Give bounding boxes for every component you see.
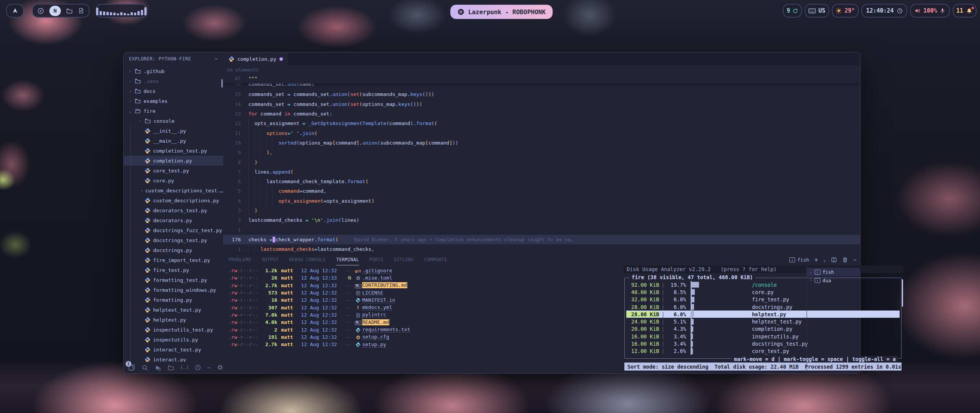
- panel-tab-gitlens[interactable]: GITLENS: [394, 254, 414, 265]
- tree-item-custom_descriptions.py[interactable]: custom_descriptions.py: [124, 195, 223, 205]
- keyboard-layout-widget[interactable]: US: [805, 4, 829, 18]
- tree-item-helptext_test.py[interactable]: helptext_test.py: [124, 305, 223, 315]
- terminal-list-item-dua[interactable]: └❭dua: [807, 276, 860, 285]
- chevron-icon: ›: [138, 119, 142, 124]
- terminal-list-item-fish[interactable]: ┌❭fish: [807, 268, 860, 276]
- line-number: 9: [223, 150, 248, 155]
- file-permissions: .rw-r--r--: [228, 305, 258, 311]
- file-name[interactable]: pylintrc: [362, 312, 386, 318]
- new-terminal-icon[interactable]: +: [814, 256, 818, 263]
- tree-item-fire_import_test.py[interactable]: fire_import_test.py: [124, 255, 223, 265]
- panel-tab-terminal[interactable]: TERMINAL: [336, 254, 359, 265]
- tab-completion-py[interactable]: completion.py: [223, 52, 288, 65]
- tree-item-custom_descriptions_test.[interactable]: custom_descriptions_test.…: [124, 185, 223, 195]
- run-debug-icon[interactable]: [155, 364, 161, 371]
- updates-widget[interactable]: 9: [783, 4, 802, 18]
- timeline-icon[interactable]: [195, 364, 201, 371]
- tree-item-helptext.py[interactable]: helptext.py: [124, 315, 223, 325]
- panel-tab-comments[interactable]: COMMENTS: [424, 254, 447, 265]
- terminal-fish[interactable]: .rw-r--r--1.2kmatt12 Aug 12:32--git.giti…: [228, 267, 523, 372]
- settings-gear-icon[interactable]: [217, 364, 223, 371]
- file-name[interactable]: README.md: [362, 319, 389, 325]
- tree-item-formatting_test.py[interactable]: formatting_test.py: [124, 275, 223, 285]
- scrolled-code-line: 16commands_set.add(name): [223, 83, 860, 89]
- tree-item-docstrings_fuzz_test.py[interactable]: docstrings_fuzz_test.py: [124, 225, 223, 235]
- tree-item-docstrings_test.py[interactable]: docstrings_test.py: [124, 235, 223, 245]
- volume-widget[interactable]: 100%: [910, 4, 950, 18]
- dua-scrollbar[interactable]: [902, 279, 903, 307]
- workspace-browser-icon[interactable]: [38, 8, 44, 14]
- code-token: """: [248, 76, 257, 81]
- tree-item-fire[interactable]: ⌄fire: [124, 106, 223, 116]
- tree-item-core.py[interactable]: core.py: [124, 176, 223, 185]
- terminal-dua[interactable]: Disk Usage Analyzer v2.29.2 (press ? for…: [624, 265, 903, 373]
- split-terminal-icon[interactable]: [831, 257, 837, 263]
- tree-item-examples[interactable]: ›examples: [124, 96, 223, 106]
- code-editor[interactable]: 47"""16commands_set.add(name)15commands_…: [223, 74, 860, 254]
- panel-tab-debug-console[interactable]: DEBUG CONSOLE: [289, 254, 326, 265]
- kill-terminal-icon[interactable]: [842, 257, 848, 263]
- tree-item-docstrings.py[interactable]: docstrings.py: [124, 245, 223, 255]
- listing-row: .rw-r--r--2.7kmatt12 Aug 12:32--setup.py: [228, 341, 523, 348]
- tree-item-.github[interactable]: ›.github: [124, 66, 223, 76]
- tree-item-core_test.py[interactable]: core_test.py: [124, 166, 223, 176]
- tree-item-interact_test.py[interactable]: interact_test.py: [124, 345, 223, 354]
- launcher-button[interactable]: [6, 4, 24, 18]
- file-name[interactable]: requirements.txt: [362, 327, 410, 333]
- dua-bar: [691, 333, 748, 340]
- source-control-icon[interactable]: [168, 364, 174, 371]
- panel-tab-problems[interactable]: PROBLEMS: [229, 254, 251, 265]
- tree-item-formatting_windows.py[interactable]: formatting_windows.py: [124, 285, 223, 295]
- clock-widget[interactable]: 12:40:24: [861, 4, 907, 18]
- explorer-scrollbar[interactable]: [221, 79, 223, 88]
- panel-tab-ports[interactable]: PORTS: [369, 254, 384, 265]
- tree-item-console[interactable]: ›console: [124, 116, 223, 126]
- tree-item-completion.py[interactable]: completion.py: [124, 156, 223, 166]
- code-token: keys: [398, 101, 410, 107]
- file-name[interactable]: MANIFEST.in: [362, 297, 395, 303]
- tree-item-docs[interactable]: ›docs: [124, 86, 223, 96]
- spotify-icon: [457, 8, 464, 15]
- shell-selector[interactable]: ❭ fish: [789, 257, 809, 263]
- terminal-dropdown-icon[interactable]: ⌄: [823, 257, 826, 262]
- explorer-view-icon[interactable]: 1: [128, 364, 135, 371]
- tree-item-completion_test.py[interactable]: completion_test.py: [124, 146, 223, 156]
- code-token: ]: [356, 140, 359, 146]
- tree-item-__main__.py[interactable]: __main__.py: [124, 136, 223, 146]
- python-file-icon: [145, 267, 150, 273]
- tree-item-decorators_test.py[interactable]: decorators_test.py: [124, 205, 223, 215]
- workspace-notes-icon[interactable]: [78, 8, 84, 14]
- tree-item-decorators.py[interactable]: decorators.py: [124, 215, 223, 225]
- extensions-icon[interactable]: (‥): [181, 364, 188, 371]
- workspace-active[interactable]: N: [49, 6, 61, 16]
- file-size: 26: [262, 275, 277, 281]
- weather-widget[interactable]: 29°: [832, 4, 859, 18]
- notification-dot: [972, 7, 974, 9]
- file-name[interactable]: CONTRIBUTING.md: [362, 282, 407, 288]
- file-name[interactable]: mkdocs.yml: [362, 304, 392, 311]
- code-token: options_map: [362, 101, 395, 107]
- file-name[interactable]: .gitignore: [362, 268, 392, 274]
- code-token: command: [279, 188, 300, 194]
- breadcrumb[interactable]: no elements: [223, 65, 259, 74]
- workspace-files-icon[interactable]: [66, 8, 73, 14]
- more-views-icon[interactable]: ⋯: [207, 364, 211, 371]
- tree-item-fire_test.py[interactable]: fire_test.py: [124, 265, 223, 275]
- search-icon[interactable]: [142, 364, 148, 371]
- tree-item-__init__.py[interactable]: __init__.py: [124, 126, 223, 136]
- dua-percent: 6.0%: [667, 304, 686, 310]
- file-name[interactable]: setup.cfg: [362, 334, 389, 340]
- panel-tab-output[interactable]: OUTPUT: [261, 254, 279, 265]
- file-name[interactable]: .mise.toml: [362, 275, 392, 281]
- tree-item-inspectutils_test.py[interactable]: inspectutils_test.py: [124, 325, 223, 335]
- explorer-menu-icon[interactable]: ⋯: [215, 56, 218, 62]
- tree-item-formatting.py[interactable]: formatting.py: [124, 295, 223, 305]
- tree-item-.venv[interactable]: ›.venv: [124, 76, 223, 86]
- file-name[interactable]: setup.py: [362, 341, 386, 348]
- tree-item-inspectutils.py[interactable]: inspectutils.py: [124, 335, 223, 345]
- tree-item-interact.py[interactable]: interact.py: [124, 354, 223, 362]
- file-name[interactable]: LICENSE: [362, 290, 383, 296]
- media-player-widget[interactable]: Lazerpunk - ROBOPHONK: [450, 5, 553, 19]
- notifications-widget[interactable]: 11: [953, 4, 977, 18]
- panel-more-icon[interactable]: ⋯: [853, 257, 856, 263]
